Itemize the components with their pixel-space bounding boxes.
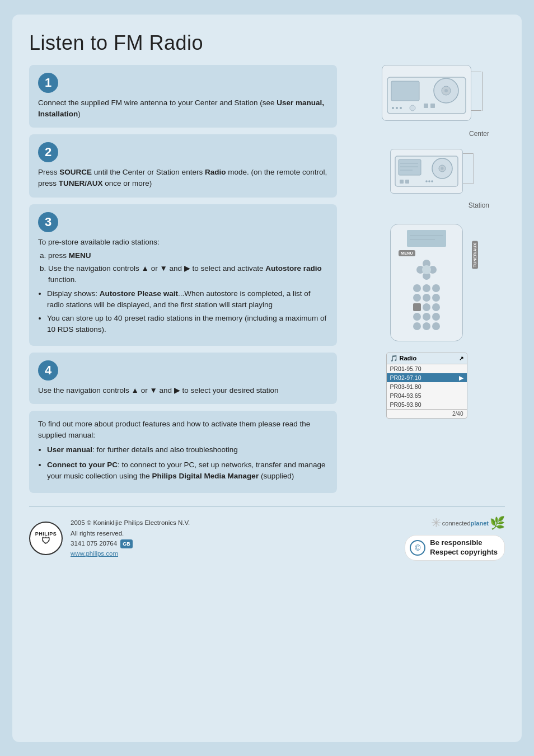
nav-ok[interactable] — [422, 265, 431, 274]
radio-list-item-4[interactable]: PR04-93.65 — [387, 391, 467, 400]
page-title: Listen to FM Radio — [29, 31, 505, 55]
menu-button-row: MENU — [395, 250, 458, 256]
page: Listen to FM Radio 1 Connect the supplie… — [12, 15, 522, 742]
center-device-container — [382, 65, 471, 121]
responsible-line2: Respect copyrights — [430, 548, 498, 557]
step-2-block: 2 Press SOURCE until the Center or Stati… — [29, 134, 337, 198]
footer-text: 2005 © Koninklijie Philips Electronics N… — [71, 518, 190, 559]
planet-bold: planet — [471, 520, 489, 527]
responsible-icon: © — [410, 540, 425, 556]
footer-left: PHILIPS 🛡 2005 © Koninklijie Philips Ele… — [29, 518, 190, 559]
info-text: To find out more about product features … — [38, 419, 328, 482]
tuner-aux-btn[interactable]: TUNER/AUX — [472, 241, 478, 269]
asterisk-icon: ✳ — [431, 516, 441, 530]
catalog-text: 3141 075 20764 GB — [71, 538, 190, 548]
remote-btn-9[interactable] — [413, 313, 421, 321]
svg-rect-19 — [400, 180, 404, 184]
remote-btn-4[interactable] — [413, 294, 421, 302]
svg-point-9 — [400, 107, 402, 109]
remote-btn-5[interactable] — [423, 294, 430, 302]
center-device — [382, 65, 471, 121]
step-2-text: Press SOURCE until the Center or Station… — [38, 167, 328, 190]
step-4-block: 4 Use the navigation controls ▲ or ▼ and… — [29, 353, 337, 404]
radio-icon: 🎵 Radio — [390, 355, 417, 362]
station-device — [390, 149, 463, 194]
radio-list-item-5[interactable]: PR05-93.80 — [387, 400, 467, 409]
menu-button[interactable]: MENU — [399, 250, 415, 256]
left-column: 1 Connect the supplied FM wire antenna t… — [29, 65, 337, 494]
step-3-text: To pre-store available radio stations: p… — [38, 237, 328, 336]
remote-btn-6[interactable] — [432, 294, 440, 302]
main-layout: 1 Connect the supplied FM wire antenna t… — [29, 65, 505, 494]
responsible-text: Be responsible Respect copyrights — [430, 538, 498, 557]
remote-btn-1[interactable] — [413, 284, 421, 292]
remote-btn-special[interactable] — [413, 303, 421, 311]
station-label: Station — [348, 201, 505, 209]
svg-point-22 — [428, 180, 430, 182]
responsible-box: © Be responsible Respect copyrights — [405, 535, 505, 561]
connected-planet: ✳ connectedplanet 🌿 — [431, 516, 505, 530]
remote-screen — [407, 230, 446, 247]
radio-list: 🎵 Radio ↗ PR01-95.70 PR02-97.10 ▶ PR03-9… — [386, 353, 467, 419]
svg-rect-12 — [399, 159, 421, 175]
footer: PHILIPS 🛡 2005 © Koninklijie Philips Ele… — [29, 506, 505, 561]
connected-planet-text: connectedplanet — [442, 520, 489, 527]
svg-rect-1 — [391, 81, 419, 101]
remote-btn-3[interactable] — [432, 284, 440, 292]
radio-list-item-2[interactable]: PR02-97.10 ▶ — [387, 373, 467, 382]
nav-cross[interactable] — [416, 260, 437, 280]
center-bracket — [471, 72, 481, 111]
step-4-number: 4 — [38, 360, 58, 381]
svg-point-23 — [431, 180, 433, 182]
step-3-number: 3 — [38, 212, 58, 232]
step-1-text: Connect the supplied FM wire antenna to … — [38, 97, 328, 120]
copyright-text: 2005 © Koninklijie Philips Electronics N… — [71, 518, 190, 528]
step-1-block: 1 Connect the supplied FM wire antenna t… — [29, 65, 337, 128]
svg-point-8 — [396, 107, 398, 109]
tuner-aux-side: TUNER/AUX — [472, 241, 478, 269]
svg-rect-24 — [407, 230, 446, 247]
step-2-number: 2 — [38, 142, 58, 162]
selected-arrow: ▶ — [459, 374, 463, 381]
center-label: Center — [348, 130, 505, 138]
remote-btn-12[interactable] — [413, 322, 421, 330]
footer-right: ✳ connectedplanet 🌿 © Be responsible Res… — [405, 516, 505, 561]
step-4-text: Use the navigation controls ▲ or ▼ and ▶… — [38, 385, 328, 396]
remote-btn-2[interactable] — [423, 284, 430, 292]
leaf-icon: 🌿 — [490, 516, 505, 530]
remote-device: TUNER/AUX MENU — [390, 224, 463, 341]
radio-list-header: 🎵 Radio ↗ — [387, 353, 467, 364]
radio-list-collapse-icon[interactable]: ↗ — [459, 355, 463, 361]
remote-btn-13[interactable] — [423, 322, 430, 330]
philips-logo: PHILIPS 🛡 — [29, 522, 63, 555]
info-block: To find out more about product features … — [29, 411, 337, 493]
responsible-line1: Be responsible — [430, 538, 498, 548]
svg-point-7 — [392, 107, 394, 109]
radio-list-footer: 2/40 — [387, 409, 467, 418]
station-device-svg — [393, 152, 460, 191]
radio-list-item-1[interactable]: PR01-95.70 — [387, 364, 467, 373]
station-bracket — [463, 153, 473, 184]
step-1-number: 1 — [38, 73, 58, 93]
remote-btn-14[interactable] — [432, 322, 440, 330]
philips-shield-icon: 🛡 — [41, 537, 50, 546]
svg-rect-6 — [430, 104, 435, 108]
connected-planet-icons: ✳ connectedplanet 🌿 — [431, 516, 505, 530]
svg-rect-5 — [424, 104, 428, 108]
remote-btn-11[interactable] — [432, 313, 440, 321]
rights-text: All rights reserved. — [71, 528, 190, 538]
remote-btn-10[interactable] — [423, 313, 430, 321]
svg-point-4 — [444, 89, 448, 92]
remote-buttons-grid — [413, 284, 440, 330]
remote-btn-7[interactable] — [423, 303, 430, 311]
svg-rect-20 — [405, 180, 409, 184]
radio-list-item-3[interactable]: PR03-91.80 — [387, 382, 467, 391]
website-text[interactable]: www.philips.com — [71, 548, 190, 558]
center-device-svg — [385, 66, 469, 119]
gb-badge: GB — [120, 539, 133, 548]
remote-btn-8[interactable] — [432, 303, 440, 311]
svg-point-10 — [410, 105, 415, 111]
station-device-container — [390, 149, 463, 194]
right-column: Center — [348, 65, 505, 494]
svg-point-21 — [425, 180, 428, 182]
